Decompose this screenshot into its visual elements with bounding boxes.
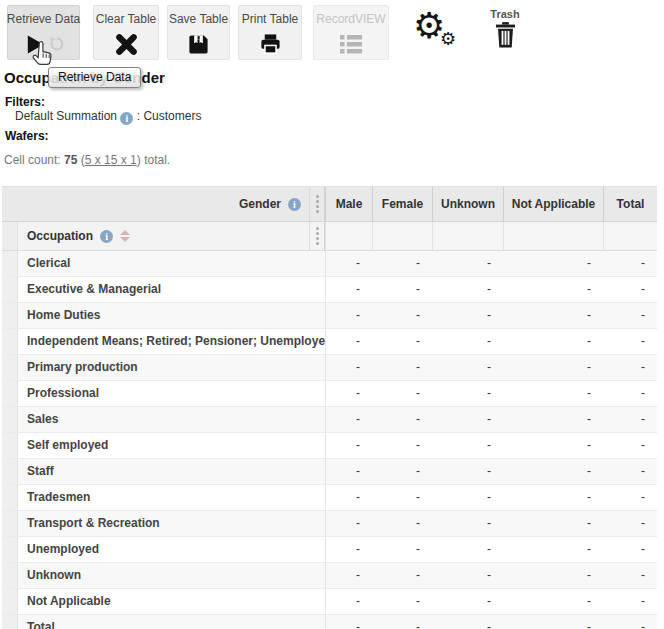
data-cell[interactable]: -: [432, 589, 503, 614]
data-cell[interactable]: -: [603, 485, 657, 510]
data-cell[interactable]: -: [372, 459, 432, 484]
row-drag-handle[interactable]: [309, 222, 325, 250]
data-cell[interactable]: -: [325, 511, 372, 536]
print-table-button[interactable]: Print Table: [238, 5, 302, 60]
data-cell[interactable]: -: [372, 381, 432, 406]
data-cell[interactable]: -: [503, 329, 603, 354]
data-cell[interactable]: -: [603, 589, 657, 614]
data-cell[interactable]: -: [432, 459, 503, 484]
data-cell[interactable]: -: [503, 355, 603, 380]
data-cell[interactable]: -: [603, 537, 657, 562]
data-cell[interactable]: -: [325, 459, 372, 484]
data-cell[interactable]: -: [503, 511, 603, 536]
data-cell[interactable]: -: [432, 615, 503, 629]
row-dimension-header[interactable]: Occupation i: [18, 222, 309, 250]
data-cell[interactable]: -: [432, 537, 503, 562]
column-header[interactable]: Not Applicable: [503, 187, 603, 221]
row-header[interactable]: Home Duties: [18, 303, 325, 328]
row-header[interactable]: Unknown: [18, 563, 325, 588]
row-header[interactable]: Staff: [18, 459, 325, 484]
settings-button[interactable]: ⚙ ⚙: [413, 14, 459, 56]
data-cell[interactable]: -: [372, 589, 432, 614]
data-cell[interactable]: -: [503, 277, 603, 302]
row-header[interactable]: Total: [18, 615, 325, 629]
data-cell[interactable]: -: [432, 303, 503, 328]
data-cell[interactable]: -: [325, 251, 372, 276]
data-cell[interactable]: -: [503, 485, 603, 510]
data-cell[interactable]: -: [372, 563, 432, 588]
data-cell[interactable]: -: [372, 537, 432, 562]
data-cell[interactable]: -: [372, 329, 432, 354]
data-cell[interactable]: -: [603, 511, 657, 536]
row-header[interactable]: Professional: [18, 381, 325, 406]
trash-dropzone[interactable]: Trash: [487, 8, 523, 52]
data-cell[interactable]: -: [372, 615, 432, 629]
data-cell[interactable]: -: [432, 511, 503, 536]
row-header[interactable]: Unemployed: [18, 537, 325, 562]
recordview-button[interactable]: RecordVIEW: [313, 5, 389, 60]
data-cell[interactable]: -: [603, 407, 657, 432]
data-cell[interactable]: -: [503, 433, 603, 458]
info-icon[interactable]: i: [100, 230, 113, 243]
data-cell[interactable]: -: [372, 433, 432, 458]
data-cell[interactable]: -: [503, 459, 603, 484]
data-cell[interactable]: -: [325, 537, 372, 562]
data-cell[interactable]: -: [325, 407, 372, 432]
info-icon[interactable]: i: [120, 112, 133, 125]
data-cell[interactable]: -: [603, 563, 657, 588]
row-header[interactable]: Independent Means; Retired; Pensioner; U…: [18, 329, 325, 354]
data-cell[interactable]: -: [432, 277, 503, 302]
data-cell[interactable]: -: [372, 511, 432, 536]
data-cell[interactable]: -: [432, 355, 503, 380]
data-cell[interactable]: -: [503, 303, 603, 328]
clear-table-button[interactable]: Clear Table: [93, 5, 159, 60]
row-header[interactable]: Not Applicable: [18, 589, 325, 614]
row-header[interactable]: Transport & Recreation: [18, 511, 325, 536]
data-cell[interactable]: -: [432, 485, 503, 510]
data-cell[interactable]: -: [503, 563, 603, 588]
data-cell[interactable]: -: [325, 433, 372, 458]
data-cell[interactable]: -: [325, 563, 372, 588]
data-cell[interactable]: -: [503, 615, 603, 629]
data-cell[interactable]: -: [432, 563, 503, 588]
data-cell[interactable]: -: [325, 485, 372, 510]
row-header[interactable]: Tradesmen: [18, 485, 325, 510]
data-cell[interactable]: -: [603, 355, 657, 380]
data-cell[interactable]: -: [325, 355, 372, 380]
data-cell[interactable]: -: [432, 381, 503, 406]
data-cell[interactable]: -: [603, 459, 657, 484]
data-cell[interactable]: -: [503, 381, 603, 406]
column-dimension-header[interactable]: Gender i: [2, 187, 309, 221]
data-cell[interactable]: -: [603, 381, 657, 406]
data-cell[interactable]: -: [372, 407, 432, 432]
data-cell[interactable]: -: [603, 329, 657, 354]
sort-arrows-icon[interactable]: [120, 230, 130, 242]
data-cell[interactable]: -: [372, 251, 432, 276]
data-cell[interactable]: -: [325, 329, 372, 354]
data-cell[interactable]: -: [372, 485, 432, 510]
data-cell[interactable]: -: [432, 433, 503, 458]
row-header[interactable]: Clerical: [18, 251, 325, 276]
row-header[interactable]: Self employed: [18, 433, 325, 458]
data-cell[interactable]: -: [325, 589, 372, 614]
data-cell[interactable]: -: [372, 277, 432, 302]
data-cell[interactable]: -: [432, 407, 503, 432]
data-cell[interactable]: -: [503, 537, 603, 562]
column-drag-handle[interactable]: [309, 187, 325, 221]
data-cell[interactable]: -: [432, 251, 503, 276]
data-cell[interactable]: -: [372, 355, 432, 380]
data-cell[interactable]: -: [372, 303, 432, 328]
row-header[interactable]: Primary production: [18, 355, 325, 380]
data-cell[interactable]: -: [603, 303, 657, 328]
column-header[interactable]: Unknown: [432, 187, 503, 221]
column-header[interactable]: Male: [325, 187, 372, 221]
data-cell[interactable]: -: [432, 329, 503, 354]
data-cell[interactable]: -: [325, 615, 372, 629]
data-cell[interactable]: -: [325, 277, 372, 302]
column-header[interactable]: Total: [603, 187, 657, 221]
data-cell[interactable]: -: [603, 251, 657, 276]
data-cell[interactable]: -: [603, 277, 657, 302]
data-cell[interactable]: -: [603, 433, 657, 458]
data-cell[interactable]: -: [503, 407, 603, 432]
save-table-button[interactable]: Save Table: [167, 5, 230, 60]
